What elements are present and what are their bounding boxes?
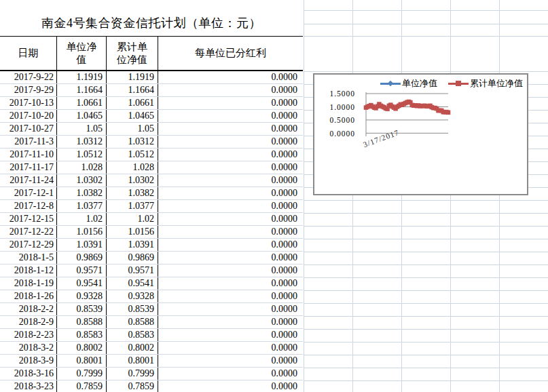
legend-item-cumulative-nav[interactable]: 累计单位净值 bbox=[448, 77, 523, 90]
cell-cumulative[interactable]: 1.1919 bbox=[107, 71, 158, 83]
cell-dividend[interactable]: 0.0000 bbox=[158, 355, 303, 367]
cell-dividend[interactable]: 0.0000 bbox=[158, 161, 303, 174]
cell-nav[interactable]: 1.02 bbox=[57, 213, 107, 225]
cell-date[interactable]: 2017-10-20 bbox=[0, 110, 57, 122]
cell-cumulative[interactable]: 0.9869 bbox=[107, 252, 158, 264]
cell-dividend[interactable]: 0.0000 bbox=[158, 239, 303, 251]
cell-dividend[interactable]: 0.0000 bbox=[158, 368, 303, 380]
chart-legend[interactable]: 单位净值 累计单位净值 bbox=[314, 77, 523, 90]
cell-cumulative[interactable]: 1.0512 bbox=[107, 149, 158, 161]
cell-nav[interactable]: 0.8002 bbox=[57, 342, 107, 354]
cell-cumulative[interactable]: 0.7999 bbox=[107, 368, 158, 380]
cell-nav[interactable]: 1.0512 bbox=[57, 149, 107, 161]
column-header-nav[interactable]: 单位净值 bbox=[57, 37, 107, 70]
cell-dividend[interactable]: 0.0000 bbox=[158, 342, 303, 354]
cell-date[interactable]: 2018-2-9 bbox=[0, 316, 57, 328]
cell-date[interactable]: 2018-1-26 bbox=[0, 290, 57, 302]
cell-date[interactable]: 2018-1-12 bbox=[0, 264, 57, 277]
cell-nav[interactable]: 0.8539 bbox=[57, 303, 107, 315]
cell-dividend[interactable]: 0.0000 bbox=[158, 264, 303, 277]
cell-dividend[interactable]: 0.0000 bbox=[158, 252, 303, 264]
cell-nav[interactable]: 1.05 bbox=[57, 123, 107, 135]
cell-nav[interactable]: 0.9328 bbox=[57, 290, 107, 302]
cell-dividend[interactable]: 0.0000 bbox=[158, 123, 303, 135]
cell-dividend[interactable]: 0.0000 bbox=[158, 187, 303, 199]
cell-date[interactable]: 2018-2-2 bbox=[0, 303, 57, 315]
cell-nav[interactable]: 1.0661 bbox=[57, 97, 107, 109]
cell-dividend[interactable]: 0.0000 bbox=[158, 110, 303, 122]
cell-date[interactable]: 2017-9-22 bbox=[0, 71, 57, 83]
cell-date[interactable]: 2017-11-17 bbox=[0, 161, 57, 174]
cell-nav[interactable]: 1.0156 bbox=[57, 226, 107, 238]
cell-date[interactable]: 2018-3-16 bbox=[0, 368, 57, 380]
cell-nav[interactable]: 0.8583 bbox=[57, 329, 107, 341]
cell-cumulative[interactable]: 0.9541 bbox=[107, 277, 158, 290]
cell-cumulative[interactable]: 1.0302 bbox=[107, 174, 158, 187]
cell-nav[interactable]: 1.0302 bbox=[57, 174, 107, 187]
cell-date[interactable]: 2017-11-10 bbox=[0, 149, 57, 161]
cell-nav[interactable]: 1.0382 bbox=[57, 187, 107, 199]
cell-dividend[interactable]: 0.0000 bbox=[158, 329, 303, 341]
cell-cumulative[interactable]: 1.0377 bbox=[107, 200, 158, 212]
cell-date[interactable]: 2017-12-22 bbox=[0, 226, 57, 238]
cell-cumulative[interactable]: 0.8583 bbox=[107, 329, 158, 341]
cell-date[interactable]: 2018-3-9 bbox=[0, 355, 57, 367]
chart[interactable]: 1.5000 1.0000 0.5000 0.0000 3/17/2017 单位… bbox=[313, 73, 528, 195]
cell-dividend[interactable]: 0.0000 bbox=[158, 149, 303, 161]
cell-cumulative[interactable]: 1.0465 bbox=[107, 110, 158, 122]
cell-nav[interactable]: 1.1664 bbox=[57, 84, 107, 96]
cell-date[interactable]: 2018-3-23 bbox=[0, 380, 57, 392]
column-header-cumulative-nav[interactable]: 累计单位净值 bbox=[107, 37, 158, 70]
cell-cumulative[interactable]: 0.9571 bbox=[107, 264, 158, 277]
cell-cumulative[interactable]: 1.0382 bbox=[107, 187, 158, 199]
legend-item-nav[interactable]: 单位净值 bbox=[380, 77, 437, 90]
cell-nav[interactable]: 1.0312 bbox=[57, 136, 107, 148]
cell-nav[interactable]: 0.9571 bbox=[57, 264, 107, 277]
cell-nav[interactable]: 1.028 bbox=[57, 161, 107, 174]
cell-date[interactable]: 2017-10-27 bbox=[0, 123, 57, 135]
cell-dividend[interactable]: 0.0000 bbox=[158, 290, 303, 302]
cell-date[interactable]: 2017-12-8 bbox=[0, 200, 57, 212]
cell-cumulative[interactable]: 0.9328 bbox=[107, 290, 158, 302]
column-header-date[interactable]: 日期 bbox=[0, 37, 57, 70]
cell-cumulative[interactable]: 1.1664 bbox=[107, 84, 158, 96]
cell-cumulative[interactable]: 1.0312 bbox=[107, 136, 158, 148]
column-header-dividend[interactable]: 每单位已分红利 bbox=[158, 37, 303, 70]
cell-dividend[interactable]: 0.0000 bbox=[158, 71, 303, 83]
cell-date[interactable]: 2017-11-24 bbox=[0, 174, 57, 187]
cell-date[interactable]: 2018-1-19 bbox=[0, 277, 57, 290]
cell-cumulative[interactable]: 1.028 bbox=[107, 161, 158, 174]
cell-cumulative[interactable]: 0.8539 bbox=[107, 303, 158, 315]
cell-dividend[interactable]: 0.0000 bbox=[158, 136, 303, 148]
sheet-title-cell[interactable]: 南金4号集合资金信托计划（单位：元） bbox=[0, 10, 303, 37]
cell-dividend[interactable]: 0.0000 bbox=[158, 380, 303, 392]
cell-nav[interactable]: 0.7859 bbox=[57, 380, 107, 392]
cell-nav[interactable]: 0.7999 bbox=[57, 368, 107, 380]
cell-dividend[interactable]: 0.0000 bbox=[158, 226, 303, 238]
cell-dividend[interactable]: 0.0000 bbox=[158, 303, 303, 315]
cell-dividend[interactable]: 0.0000 bbox=[158, 316, 303, 328]
cell-dividend[interactable]: 0.0000 bbox=[158, 84, 303, 96]
cell-date[interactable]: 2018-2-23 bbox=[0, 329, 57, 341]
cell-dividend[interactable]: 0.0000 bbox=[158, 213, 303, 225]
cell-date[interactable]: 2017-11-3 bbox=[0, 136, 57, 148]
cell-dividend[interactable]: 0.0000 bbox=[158, 277, 303, 290]
cell-date[interactable]: 2017-12-15 bbox=[0, 213, 57, 225]
cell-cumulative[interactable]: 1.0391 bbox=[107, 239, 158, 251]
cell-nav[interactable]: 1.1919 bbox=[57, 71, 107, 83]
cell-cumulative[interactable]: 0.8001 bbox=[107, 355, 158, 367]
cell-date[interactable]: 2017-12-1 bbox=[0, 187, 57, 199]
cell-dividend[interactable]: 0.0000 bbox=[158, 200, 303, 212]
cell-nav[interactable]: 0.8001 bbox=[57, 355, 107, 367]
cell-dividend[interactable]: 0.0000 bbox=[158, 97, 303, 109]
cell-date[interactable]: 2017-10-13 bbox=[0, 97, 57, 109]
cell-cumulative[interactable]: 1.02 bbox=[107, 213, 158, 225]
cell-date[interactable]: 2017-12-29 bbox=[0, 239, 57, 251]
cell-nav[interactable]: 0.9869 bbox=[57, 252, 107, 264]
cell-dividend[interactable]: 0.0000 bbox=[158, 174, 303, 187]
cell-cumulative[interactable]: 0.8588 bbox=[107, 316, 158, 328]
cell-nav[interactable]: 1.0391 bbox=[57, 239, 107, 251]
cell-cumulative[interactable]: 1.0156 bbox=[107, 226, 158, 238]
cell-date[interactable]: 2018-3-2 bbox=[0, 342, 57, 354]
cell-cumulative[interactable]: 0.7859 bbox=[107, 380, 158, 392]
